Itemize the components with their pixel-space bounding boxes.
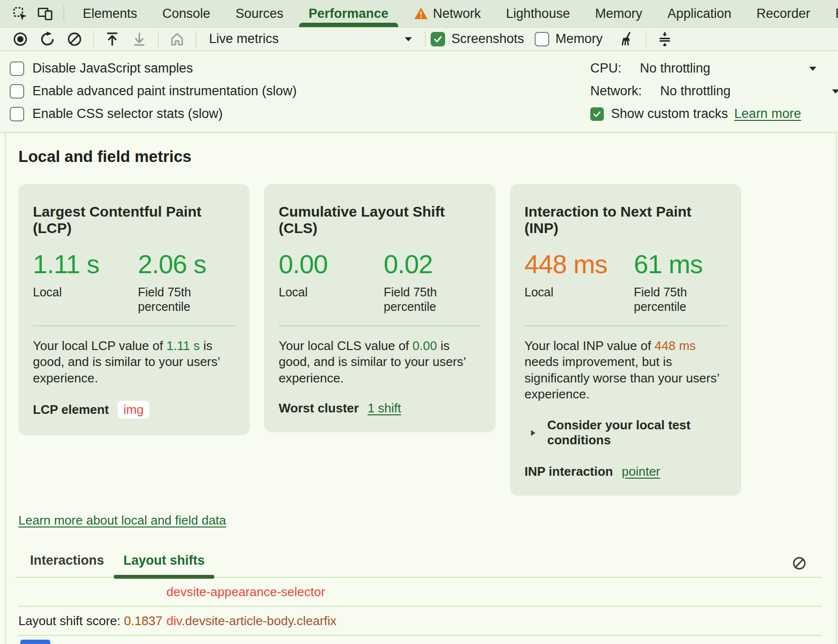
field-data-learn-more-link[interactable]: Learn more about local and field data	[18, 513, 226, 528]
inp-card: Interaction to Next Paint (INP) 448 ms L…	[510, 184, 741, 496]
tab-recorder[interactable]: Recorder	[744, 0, 823, 27]
shift-score: 0.0027	[124, 643, 163, 644]
worst-cluster-link[interactable]: 1 shift	[368, 401, 401, 416]
card-divider	[33, 325, 235, 326]
tab-memory[interactable]: Memory	[583, 0, 655, 27]
tab-privacy-sandbox[interactable]: Privacy Sandbox	[823, 0, 838, 27]
css-selector-stats-row: Enable CSS selector stats (slow)	[10, 102, 297, 125]
tab-lighthouse[interactable]: Lighthouse	[494, 0, 583, 27]
live-metrics-view: Local and field metrics Largest Contentf…	[5, 133, 837, 644]
inspect-element-button[interactable]	[8, 0, 32, 27]
shift-row: devsite-appearance-selector	[6, 578, 836, 606]
toolbar-divider	[158, 31, 159, 47]
inspect-cursor-icon	[12, 6, 28, 22]
advanced-paint-checkbox[interactable]	[10, 84, 24, 99]
record-icon	[12, 31, 29, 47]
card-divider	[524, 325, 727, 326]
disable-js-samples-row: Disable JavaScript samples	[10, 57, 297, 80]
toolbar-divider	[195, 31, 196, 47]
memory-label: Memory	[555, 31, 603, 46]
checkmark-icon	[433, 34, 443, 44]
cpu-throttling-select[interactable]: No throttling	[640, 61, 711, 76]
show-custom-tracks-label: Show custom tracks	[611, 106, 728, 121]
block-icon	[66, 31, 83, 47]
memory-checkbox[interactable]	[535, 32, 549, 46]
shift-element-link[interactable]: div.devsite-article-body.clearfix	[166, 614, 337, 629]
download-icon	[131, 31, 148, 47]
shift-row: Layout shift score: 0.0027 devsite-searc…	[6, 636, 836, 644]
inp-field-value: 61 ms	[634, 249, 718, 279]
tab-interactions[interactable]: Interactions	[20, 553, 114, 577]
live-metrics-home-button[interactable]	[164, 31, 191, 47]
toolbar-divider	[425, 31, 426, 47]
inp-description: Your local INP value of 448 ms needs imp…	[524, 338, 727, 402]
metric-cards: Largest Contentful Paint (LCP) 1.11 s Lo…	[6, 184, 836, 496]
disable-js-samples-label: Disable JavaScript samples	[32, 61, 193, 76]
network-throttling-select[interactable]: No throttling	[660, 84, 731, 99]
home-icon	[169, 31, 185, 47]
throttling-settings: CPU: No throttling Network: No throttlin…	[590, 57, 838, 125]
lcp-local-value: 1.11 s	[33, 249, 138, 279]
cpu-throttling-row: CPU: No throttling	[590, 57, 838, 80]
clear-button[interactable]	[61, 31, 88, 47]
toolbar-divider	[645, 31, 646, 47]
checkmark-icon	[592, 109, 602, 119]
capture-settings: Disable JavaScript samples Enable advanc…	[0, 51, 838, 133]
lcp-description: Your local LCP value of 1.11 s is good, …	[33, 338, 235, 386]
lcp-element-link[interactable]: img	[118, 401, 150, 419]
upload-icon	[104, 31, 120, 47]
css-selector-stats-checkbox[interactable]	[10, 107, 24, 121]
clear-log-button[interactable]	[792, 556, 807, 571]
css-selector-stats-label: Enable CSS selector stats (slow)	[32, 106, 223, 121]
toolbar-divider	[63, 6, 64, 21]
warning-triangle-icon	[414, 6, 428, 21]
devtools-performance-panel: Elements Console Sources Performance Net…	[0, 0, 838, 644]
collapse-icon	[657, 31, 673, 47]
field-label: Field 75th percentile	[634, 285, 718, 314]
save-profile-button[interactable]	[126, 31, 153, 47]
tab-console[interactable]: Console	[150, 0, 223, 27]
shift-element-link[interactable]: devsite-search	[166, 643, 248, 644]
performance-toolbar: Live metrics Screenshots Memory	[0, 28, 838, 51]
card-divider	[279, 325, 481, 326]
tab-network[interactable]: Network	[401, 0, 494, 27]
custom-tracks-learn-more-link[interactable]: Learn more	[734, 106, 801, 121]
collapse-panel-button[interactable]	[651, 31, 678, 47]
tab-application[interactable]: Application	[655, 0, 744, 27]
load-profile-button[interactable]	[99, 31, 126, 47]
local-label: Local	[279, 285, 363, 299]
shift-element-link[interactable]: devsite-appearance-selector	[166, 585, 325, 600]
layout-shifts-log: devsite-appearance-selector Layout shift…	[6, 578, 836, 644]
lcp-field-value: 2.06 s	[138, 249, 223, 279]
lcp-card-title: Largest Contentful Paint (LCP)	[33, 204, 235, 236]
disclosure-triangle-icon	[528, 428, 538, 438]
advanced-paint-row: Enable advanced paint instrumentation (s…	[10, 80, 297, 102]
inp-interaction-label: INP interaction	[524, 464, 613, 479]
advanced-paint-label: Enable advanced paint instrumentation (s…	[32, 84, 297, 99]
network-label: Network:	[590, 84, 642, 99]
show-custom-tracks-checkbox[interactable]	[590, 107, 604, 121]
screenshots-checkbox[interactable]	[431, 32, 445, 46]
dropdown-caret-icon	[830, 86, 838, 97]
device-toolbar-button[interactable]	[32, 0, 58, 27]
dropdown-caret-icon	[807, 63, 819, 74]
local-test-conditions-disclosure[interactable]: Consider your local test conditions	[524, 418, 727, 448]
inp-interaction-link[interactable]: pointer	[622, 464, 660, 479]
disable-js-samples-checkbox[interactable]	[10, 61, 24, 76]
tab-sources[interactable]: Sources	[223, 0, 296, 27]
custom-tracks-row: Show custom tracks Learn more	[590, 102, 838, 125]
collect-garbage-button[interactable]	[614, 31, 641, 47]
record-button[interactable]	[7, 31, 34, 47]
inp-card-title: Interaction to Next Paint (INP)	[524, 204, 727, 236]
cls-card: Cumulative Layout Shift (CLS) 0.00 Local…	[264, 184, 495, 432]
tab-elements[interactable]: Elements	[70, 0, 150, 27]
history-select[interactable]: Live metrics	[201, 31, 420, 46]
cls-card-title: Cumulative Layout Shift (CLS)	[279, 204, 481, 236]
tab-performance[interactable]: Performance	[296, 0, 401, 27]
dropdown-caret-icon	[403, 33, 414, 45]
field-label: Field 75th percentile	[138, 285, 223, 314]
devtools-tabbar: Elements Console Sources Performance Net…	[0, 0, 838, 28]
tab-layout-shifts[interactable]: Layout shifts	[114, 553, 214, 577]
record-and-reload-button[interactable]	[34, 31, 61, 47]
local-label: Local	[33, 285, 118, 299]
